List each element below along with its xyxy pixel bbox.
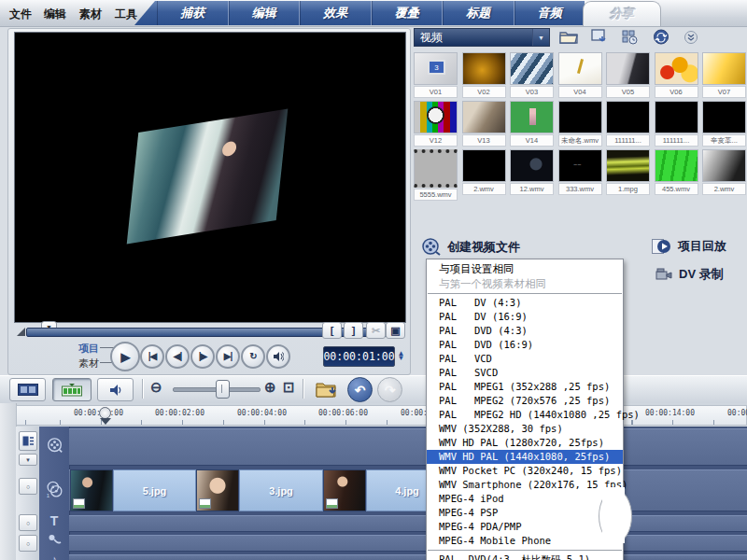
gallery-item[interactable]: 12.wmv xyxy=(510,149,554,193)
video-track-row[interactable] xyxy=(69,428,747,466)
overlay-track-toggle[interactable]: ○ xyxy=(19,478,37,495)
tab-edit[interactable]: 编辑 xyxy=(229,1,301,25)
fit-project-button[interactable]: ⊡ xyxy=(283,380,295,394)
timeline-clip[interactable]: 5.jpg xyxy=(113,469,196,511)
menu-item[interactable]: PAL DVD (4:3) xyxy=(427,324,623,338)
gallery-item[interactable]: 2.wmv xyxy=(702,149,746,193)
zoom-slider-thumb[interactable] xyxy=(216,380,230,399)
music-track-icon[interactable]: ♪ xyxy=(39,553,69,560)
menu-item[interactable]: MPEG-4 PSP xyxy=(427,506,623,520)
gallery-item[interactable]: 455.wmv xyxy=(655,149,698,193)
menu-edit[interactable]: 编辑 xyxy=(44,7,66,22)
timeline-clip[interactable]: 3.jpg xyxy=(239,469,323,511)
gallery-item[interactable]: V04 xyxy=(558,52,602,96)
collapse-tracks-button[interactable]: ▼ xyxy=(19,454,37,466)
gallery-item[interactable]: V07 xyxy=(702,52,746,96)
timeline-view-button[interactable] xyxy=(52,378,92,401)
menu-item[interactable]: PAL DV (16:9) xyxy=(427,310,623,324)
gallery-item[interactable]: 未命名.wmv xyxy=(558,101,602,145)
gallery-item[interactable]: V01 xyxy=(414,52,458,96)
timecode-display[interactable]: 00:00:01:00 xyxy=(323,346,395,367)
menu-item[interactable]: WMV Smartphone (220x176, 15 fps) xyxy=(427,478,623,492)
load-video-button[interactable] xyxy=(587,27,612,47)
cut-clip-button[interactable]: ✂ xyxy=(366,322,386,339)
clip-thumbnail[interactable] xyxy=(196,469,239,511)
end-button[interactable]: ▶| xyxy=(216,344,240,369)
overlay-track-icon[interactable]: 1 xyxy=(39,481,69,498)
menu-item[interactable]: PAL MPEG1 (352x288 ,25 fps) xyxy=(427,380,623,394)
play-button[interactable]: ▶ xyxy=(110,342,140,371)
playhead[interactable] xyxy=(97,407,112,426)
menu-clip[interactable]: 素材 xyxy=(79,7,102,22)
gallery-item[interactable]: 5555.wmv xyxy=(414,149,458,193)
storyboard-view-button[interactable] xyxy=(9,378,46,401)
voice-track-row[interactable] xyxy=(69,535,747,552)
project-playback-button[interactable]: 项目回放 xyxy=(652,238,726,255)
trim-handle-left[interactable] xyxy=(17,328,25,336)
voice-track-toggle[interactable]: ○ xyxy=(19,535,37,552)
prev-frame-button[interactable]: ◀| xyxy=(165,344,190,369)
menu-item[interactable]: PAL VCD xyxy=(427,352,623,366)
menu-item[interactable]: 与项目设置相同 xyxy=(427,261,623,276)
zoom-out-button[interactable]: ⊖ xyxy=(150,380,162,394)
track-manager-button[interactable] xyxy=(19,431,37,451)
menu-item[interactable]: MPEG-4 iPod xyxy=(427,492,623,506)
mark-out-button[interactable]: ] xyxy=(344,322,363,339)
gallery-item[interactable]: V12 xyxy=(414,101,458,145)
gallery-item[interactable]: V05 xyxy=(606,52,650,96)
gallery-item[interactable]: V06 xyxy=(655,52,698,96)
repeat-button[interactable]: ↻ xyxy=(241,344,265,369)
tab-effect[interactable]: 效果 xyxy=(300,1,372,25)
dv-record-button[interactable]: DV 录制 xyxy=(655,266,724,283)
menu-item[interactable]: PAL DVD (16:9) xyxy=(427,338,623,352)
mark-in-button[interactable]: [ xyxy=(322,322,342,339)
gallery-item[interactable]: 111111... xyxy=(655,101,698,145)
clip-thumbnail[interactable] xyxy=(70,469,113,511)
menu-item[interactable]: PAL DV (4:3) xyxy=(427,296,623,310)
tab-share-active[interactable]: 分享 xyxy=(583,1,661,26)
audio-view-button[interactable] xyxy=(97,378,134,401)
music-track-row[interactable] xyxy=(69,554,747,560)
title-track-toggle[interactable]: ○ xyxy=(19,514,37,531)
gallery-item[interactable]: 1.mpg xyxy=(606,149,650,193)
gallery-item[interactable]: V03 xyxy=(510,52,554,96)
insert-media-button[interactable] xyxy=(312,378,341,399)
timecode-spinner[interactable]: ▲ ▼ xyxy=(396,345,406,366)
mode-clip-label[interactable]: 素材 xyxy=(78,357,99,371)
home-button[interactable]: |◀ xyxy=(140,344,164,369)
tab-overlay[interactable]: 覆叠 xyxy=(372,1,444,25)
gallery-item[interactable]: V13 xyxy=(462,101,506,145)
gallery-item[interactable]: 333.wmv xyxy=(558,149,602,193)
swap-refresh-button[interactable] xyxy=(649,27,673,47)
voice-track-icon[interactable] xyxy=(39,534,69,546)
video-track-icon[interactable] xyxy=(39,438,69,454)
collapse-gallery-button[interactable] xyxy=(679,27,703,47)
menu-item[interactable]: MPEG-4 Mobile Phone xyxy=(427,534,623,548)
sort-options-button[interactable] xyxy=(618,27,642,47)
tab-capture[interactable]: 捕获 xyxy=(157,1,229,25)
gallery-item[interactable]: 辛亥革... xyxy=(702,101,746,145)
clip-thumbnail[interactable] xyxy=(323,469,366,511)
menu-item[interactable]: PAL MPEG2 HD (1440x1080 ,25 fps) xyxy=(427,408,623,422)
gallery-item[interactable]: V02 xyxy=(462,52,506,96)
gallery-item[interactable]: V14 xyxy=(510,101,554,145)
menu-item[interactable]: MPEG-4 PDA/PMP xyxy=(427,520,623,534)
menu-item[interactable]: WMV HD PAL (1280x720, 25fps) xyxy=(427,436,623,450)
open-folder-button[interactable] xyxy=(557,27,581,47)
gallery-item[interactable]: 111111... xyxy=(606,101,650,145)
menu-item[interactable]: WMV (352X288, 30 fps) xyxy=(427,422,623,436)
title-track-icon[interactable]: T xyxy=(39,513,69,528)
gallery-item[interactable]: 2.wmv xyxy=(462,149,506,193)
title-track-row[interactable] xyxy=(69,515,747,532)
redo-button[interactable]: ↷ xyxy=(377,377,402,402)
menu-tools[interactable]: 工具 xyxy=(115,7,137,22)
menu-file[interactable]: 文件 xyxy=(9,7,32,22)
gallery-category-dropdown[interactable]: 视频 ▼ xyxy=(414,28,550,47)
tab-audio[interactable]: 音频 xyxy=(514,1,585,25)
volume-button[interactable] xyxy=(266,344,290,369)
menu-item-selected[interactable]: WMV HD PAL (1440x1080, 25fps) xyxy=(427,450,623,464)
menu-item[interactable]: WMV Pocket PC (320x240, 15 fps) xyxy=(427,464,623,478)
menu-item[interactable]: PAL DVD(4:3, 杜比数码 5.1) xyxy=(427,553,623,560)
undo-button[interactable]: ↶ xyxy=(347,377,373,402)
mode-project-label[interactable]: 项目 xyxy=(78,342,99,356)
